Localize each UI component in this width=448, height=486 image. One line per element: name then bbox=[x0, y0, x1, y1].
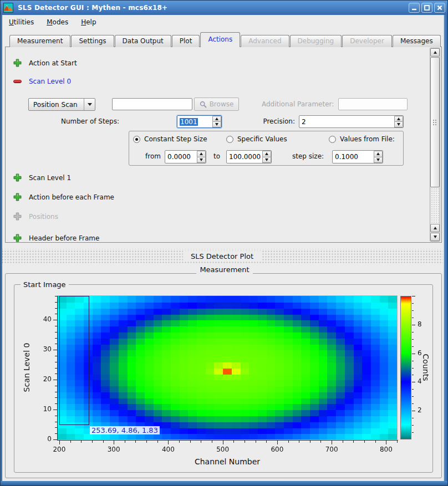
radio-selected-icon[interactable] bbox=[133, 136, 140, 143]
from-spinbox[interactable]: 0.0000 bbox=[165, 150, 206, 163]
action-before-frame-row[interactable]: Action before each Frame bbox=[13, 193, 114, 201]
x-tick-label: 600 bbox=[266, 446, 288, 453]
scrollbar-thumb[interactable] bbox=[430, 57, 440, 187]
scan-mode-combobox[interactable]: Position Scan bbox=[28, 98, 95, 111]
spin-up-icon[interactable] bbox=[374, 151, 383, 157]
spin-up-icon[interactable] bbox=[394, 116, 403, 122]
collapse-minus-icon[interactable] bbox=[13, 80, 22, 83]
menu-utilities-accel: U bbox=[9, 18, 14, 26]
y-tick-label: 0 bbox=[35, 435, 52, 443]
combo-dropdown-button[interactable] bbox=[84, 99, 95, 110]
maximize-button[interactable] bbox=[421, 3, 432, 13]
tab-advanced: Advanced bbox=[241, 35, 289, 47]
menu-modes-accel: M bbox=[47, 18, 52, 26]
y-tick bbox=[53, 410, 57, 410]
y-tick bbox=[55, 302, 57, 303]
heatmap-canvas[interactable] bbox=[58, 296, 397, 439]
expand-plus-icon[interactable] bbox=[13, 59, 22, 67]
y-tick bbox=[55, 392, 57, 392]
x-tick bbox=[146, 441, 147, 443]
radio-constant-step[interactable]: Constant Step Size bbox=[133, 135, 207, 143]
number-of-steps-label: Number of Steps: bbox=[57, 117, 119, 125]
y-tick-label: 10 bbox=[35, 405, 52, 413]
y-tick bbox=[55, 338, 57, 339]
scan-level-1-row[interactable]: Scan Level 1 bbox=[13, 173, 71, 182]
radio-unselected-icon[interactable] bbox=[329, 136, 336, 143]
to-spinbox[interactable]: 100.0000 bbox=[226, 150, 272, 163]
x-tick bbox=[179, 441, 180, 443]
x-tick bbox=[125, 441, 125, 443]
window-border-bottom bbox=[1, 481, 447, 485]
minimize-button[interactable] bbox=[409, 3, 420, 13]
splitter-label: SLS Detector Plot bbox=[183, 251, 261, 262]
from-label: from bbox=[145, 152, 161, 160]
colorbar-tick bbox=[412, 332, 414, 332]
number-of-steps-spinbox[interactable]: 1001 bbox=[177, 115, 222, 128]
x-tick bbox=[364, 441, 365, 443]
spin-up-icon[interactable] bbox=[197, 151, 206, 157]
spin-up-icon[interactable] bbox=[262, 151, 271, 157]
scan-script-file-input[interactable] bbox=[112, 98, 192, 110]
menu-utilities[interactable]: Utilities bbox=[4, 17, 39, 28]
step-mode-groupbox: Constant Step Size Specific Values Value… bbox=[129, 131, 404, 166]
spin-down-icon[interactable] bbox=[374, 157, 383, 163]
spin-down-icon[interactable] bbox=[394, 122, 403, 127]
spin-buttons[interactable] bbox=[262, 151, 271, 163]
scan-level-1-label: Scan Level 1 bbox=[29, 174, 71, 182]
spin-buttons[interactable] bbox=[394, 116, 403, 127]
x-tick bbox=[201, 441, 201, 443]
splitter-handle[interactable]: SLS Detector Plot bbox=[1, 249, 443, 264]
spin-up-icon[interactable] bbox=[212, 116, 221, 122]
spin-down-icon[interactable] bbox=[212, 122, 221, 127]
menu-help[interactable]: Help bbox=[76, 17, 101, 28]
y-tick bbox=[55, 403, 57, 404]
tab-data-output[interactable]: Data Output bbox=[115, 35, 171, 47]
scan-level-0-label: Scan Level 0 bbox=[29, 78, 71, 85]
x-axis-title: Channel Number bbox=[172, 457, 283, 466]
tab-actions[interactable]: Actions bbox=[200, 32, 240, 47]
title-bar[interactable]: SLS Detector GUI : Mythen - mcs6x18+ bbox=[1, 1, 447, 15]
spin-down-icon[interactable] bbox=[197, 157, 206, 163]
tab-measurement[interactable]: Measurement bbox=[9, 35, 70, 47]
y-tick bbox=[55, 397, 57, 398]
menu-modes[interactable]: Modes bbox=[42, 17, 73, 28]
tab-settings[interactable]: Settings bbox=[71, 35, 114, 47]
magnifier-icon bbox=[200, 101, 207, 108]
y-axis-line bbox=[57, 296, 58, 440]
step-size-spinbox[interactable]: 0.1000 bbox=[332, 150, 383, 163]
action-at-start-row[interactable]: Action at Start bbox=[13, 59, 77, 67]
y-tick bbox=[55, 308, 57, 309]
colorbar-title: Counts bbox=[421, 351, 430, 384]
app-window: SLS Detector GUI : Mythen - mcs6x18+ Uti… bbox=[0, 0, 448, 486]
radio-unselected-icon[interactable] bbox=[226, 136, 233, 143]
scroll-up-button[interactable] bbox=[430, 48, 440, 57]
expand-plus-icon[interactable] bbox=[13, 234, 22, 242]
vertical-scrollbar[interactable] bbox=[430, 48, 440, 242]
close-button[interactable] bbox=[434, 3, 445, 13]
scrollbar-trough[interactable] bbox=[431, 188, 439, 226]
expand-plus-icon-disabled bbox=[13, 212, 22, 221]
tab-plot[interactable]: Plot bbox=[172, 35, 200, 47]
positions-label: Positions bbox=[29, 213, 58, 221]
tab-messages[interactable]: Messages bbox=[393, 35, 441, 47]
spin-buttons[interactable] bbox=[374, 151, 383, 163]
colorbar-tick bbox=[412, 396, 414, 397]
colorbar-tick bbox=[412, 411, 415, 411]
expand-plus-icon[interactable] bbox=[13, 173, 22, 182]
expand-plus-icon[interactable] bbox=[13, 193, 22, 201]
scan-level-0-row[interactable]: Scan Level 0 bbox=[13, 78, 71, 85]
spin-down-icon[interactable] bbox=[262, 157, 271, 163]
y-tick bbox=[55, 374, 57, 374]
precision-label: Precision: bbox=[253, 117, 295, 125]
header-before-frame-row[interactable]: Header before Frame bbox=[13, 234, 99, 242]
x-tick bbox=[70, 441, 71, 443]
radio-values-from-file[interactable]: Values from File: bbox=[329, 135, 395, 143]
spin-buttons[interactable] bbox=[197, 151, 206, 163]
radio-specific-values[interactable]: Specific Values bbox=[226, 135, 287, 143]
x-tick bbox=[168, 441, 169, 444]
scroll-up-button-2[interactable] bbox=[430, 224, 440, 232]
precision-spinbox[interactable]: 2 bbox=[299, 115, 404, 128]
x-tick-label: 800 bbox=[375, 446, 397, 453]
spin-buttons[interactable] bbox=[212, 116, 221, 127]
scroll-down-button[interactable] bbox=[430, 233, 440, 241]
